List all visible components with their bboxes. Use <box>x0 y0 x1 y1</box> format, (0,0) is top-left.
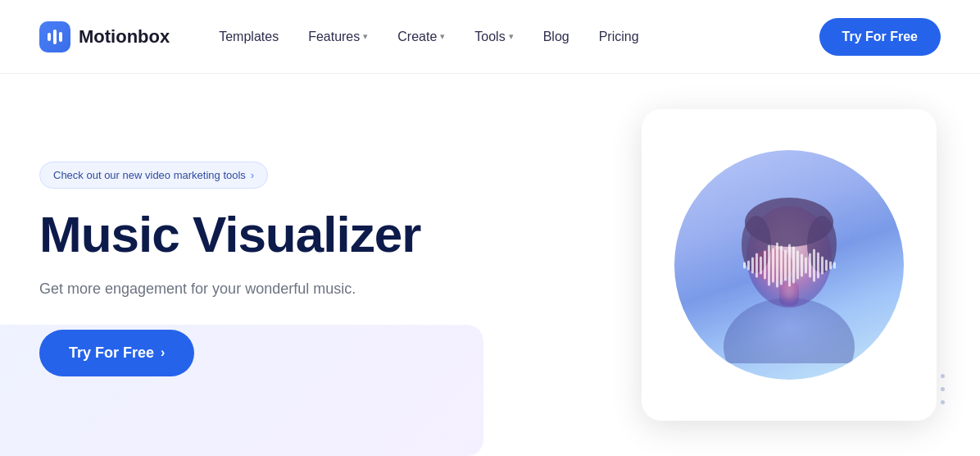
waveform-bar <box>809 253 811 277</box>
nav-templates[interactable]: Templates <box>219 30 279 44</box>
hero-subtitle: Get more engagement for your wonderful m… <box>39 278 613 300</box>
nav-pricing[interactable]: Pricing <box>599 30 639 44</box>
nav-cta-button[interactable]: Try For Free <box>819 18 941 56</box>
waveform-bar <box>821 256 823 274</box>
hero-badge-text: Check out our new video marketing tools <box>53 169 246 181</box>
hero-right-content <box>613 74 941 456</box>
nav-create[interactable]: Create ▾ <box>397 30 445 44</box>
nav-features[interactable]: Features ▾ <box>308 30 368 44</box>
waveform-bar <box>813 249 815 281</box>
waveform-bar <box>792 247 795 284</box>
waveform-bar <box>801 253 803 276</box>
waveform-overlay <box>674 243 904 288</box>
hero-cta-button[interactable]: Try For Free › <box>39 330 194 376</box>
svg-rect-1 <box>53 30 57 44</box>
nav-links: Templates Features ▾ Create ▾ Tools ▾ Bl… <box>219 30 819 44</box>
waveform-bar <box>780 245 783 285</box>
navbar: Motionbox Templates Features ▾ Create ▾ … <box>0 0 980 74</box>
waveform-bar <box>788 244 791 286</box>
logo-area[interactable]: Motionbox <box>39 21 170 52</box>
waveform-bar <box>764 251 766 280</box>
waveform-bar <box>805 257 807 273</box>
waveform-bar <box>829 261 832 269</box>
cta-arrow-icon: › <box>161 345 165 360</box>
waveform-bar <box>768 244 770 285</box>
decoration-dot <box>941 374 945 378</box>
svg-rect-2 <box>59 32 62 42</box>
waveform-bar <box>796 251 799 280</box>
waveform-bar <box>747 260 750 270</box>
decoration-dot <box>941 400 945 404</box>
chevron-down-icon: ▾ <box>440 31 445 42</box>
logo-name: Motionbox <box>79 26 170 48</box>
waveform-bar <box>817 252 819 278</box>
svg-rect-0 <box>48 33 51 41</box>
visualizer-circle <box>674 150 904 380</box>
waveform-bar <box>776 243 778 288</box>
waveform-bar <box>825 259 828 271</box>
chevron-down-icon: ▾ <box>509 31 514 42</box>
nav-blog[interactable]: Blog <box>543 30 569 44</box>
hero-badge[interactable]: Check out our new video marketing tools … <box>39 162 268 189</box>
waveform-bar <box>833 262 836 268</box>
nav-tools[interactable]: Tools ▾ <box>474 30 513 44</box>
waveform-bar <box>772 248 774 282</box>
waveform-bar <box>760 256 762 274</box>
waveform-bar <box>755 253 758 277</box>
hero-section: Check out our new video marketing tools … <box>0 74 980 456</box>
hero-left-content: Check out our new video marketing tools … <box>39 74 613 456</box>
decoration-dot <box>941 387 945 391</box>
arrow-icon: › <box>251 169 254 181</box>
waveform-bar <box>784 249 787 280</box>
waveform-bar <box>743 262 746 268</box>
hero-cta-label: Try For Free <box>69 344 154 362</box>
hero-title: Music Visualizer <box>39 207 613 262</box>
chevron-down-icon: ▾ <box>363 31 368 42</box>
logo-icon <box>39 21 70 52</box>
waveform-bar <box>751 257 754 273</box>
visualizer-card <box>642 109 937 421</box>
